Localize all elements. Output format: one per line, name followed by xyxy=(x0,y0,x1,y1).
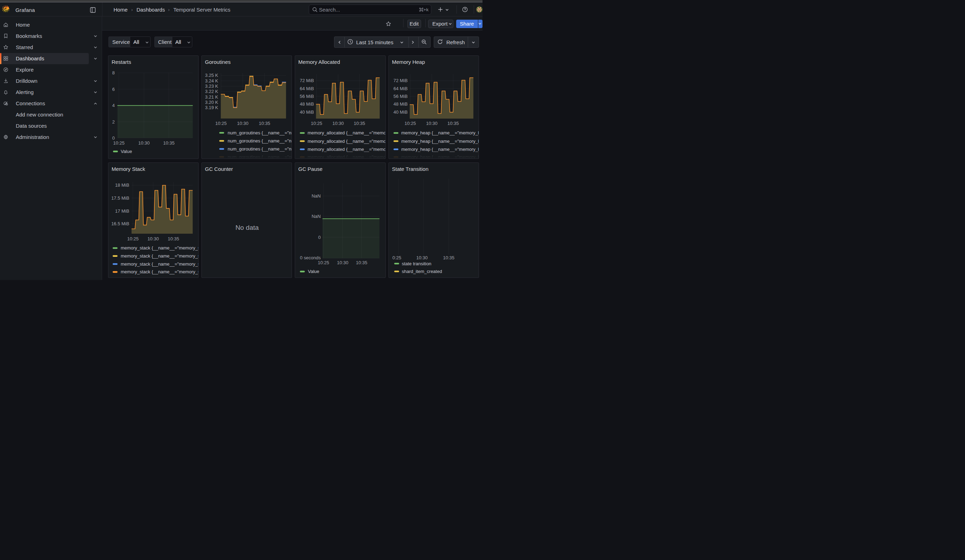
svg-text:memory_stack {__name__="memory: memory_stack {__name__="memory_s xyxy=(121,245,199,250)
svg-text:Memory Heap: Memory Heap xyxy=(392,59,425,65)
svg-text:48 MiB: 48 MiB xyxy=(393,102,407,107)
svg-text:0: 0 xyxy=(318,235,321,240)
svg-text:10:25: 10:25 xyxy=(404,121,415,126)
svg-text:shard_item_created: shard_item_created xyxy=(402,269,442,274)
svg-text:40 MiB: 40 MiB xyxy=(300,109,314,115)
svg-text:Value: Value xyxy=(121,149,132,154)
svg-text:memory_stack {__name__="memory: memory_stack {__name__="memory_s xyxy=(121,261,199,267)
svg-text:10:35: 10:35 xyxy=(168,236,179,242)
svg-text:64 MiB: 64 MiB xyxy=(300,86,314,91)
svg-text:NaN: NaN xyxy=(312,193,321,199)
svg-text:memory_heap {__name__="memory_: memory_heap {__name__="memory_h xyxy=(401,130,479,136)
svg-text:10:35: 10:35 xyxy=(443,255,454,260)
svg-text:10:30: 10:30 xyxy=(426,121,437,126)
svg-text:0:25: 0:25 xyxy=(392,255,401,260)
svg-text:Restarts: Restarts xyxy=(111,59,131,65)
svg-text:4: 4 xyxy=(112,103,115,108)
svg-text:memory_heap {__name__="memory_: memory_heap {__name__="memory_h xyxy=(401,139,479,144)
svg-text:3.21 K: 3.21 K xyxy=(205,95,218,100)
svg-text:memory_allocated {__name__="me: memory_allocated {__name__="memo xyxy=(308,139,386,144)
svg-text:Memory Stack: Memory Stack xyxy=(111,166,145,172)
svg-text:10:25: 10:25 xyxy=(128,236,139,242)
svg-text:40 MiB: 40 MiB xyxy=(393,109,407,115)
svg-text:3.24 K: 3.24 K xyxy=(205,78,218,83)
svg-text:48 MiB: 48 MiB xyxy=(300,102,314,107)
svg-text:10:30: 10:30 xyxy=(333,121,344,126)
svg-text:10:35: 10:35 xyxy=(163,140,174,145)
svg-text:state transition: state transition xyxy=(402,261,431,266)
svg-text:3.19 K: 3.19 K xyxy=(205,105,218,111)
svg-text:16.5 MiB: 16.5 MiB xyxy=(111,221,129,226)
svg-text:72 MiB: 72 MiB xyxy=(393,78,407,83)
svg-text:Memory Allocated: Memory Allocated xyxy=(298,59,340,65)
svg-text:GC Counter: GC Counter xyxy=(205,166,233,172)
svg-text:10:35: 10:35 xyxy=(354,121,365,126)
svg-text:10:35: 10:35 xyxy=(447,121,459,126)
svg-text:State Transition: State Transition xyxy=(392,166,429,172)
svg-text:3.20 K: 3.20 K xyxy=(205,100,218,105)
svg-text:memory_allocated {__name__="me: memory_allocated {__name__="memo xyxy=(308,130,386,136)
svg-text:18 MiB: 18 MiB xyxy=(115,183,129,188)
svg-text:10:25: 10:25 xyxy=(216,121,227,126)
svg-text:8: 8 xyxy=(112,70,115,75)
svg-text:2: 2 xyxy=(112,119,115,124)
svg-text:72 MiB: 72 MiB xyxy=(300,78,314,83)
svg-text:10:30: 10:30 xyxy=(416,255,427,260)
svg-text:No data: No data xyxy=(236,224,259,231)
svg-text:6: 6 xyxy=(112,87,115,92)
svg-text:17.5 MiB: 17.5 MiB xyxy=(111,196,129,201)
svg-text:3.22 K: 3.22 K xyxy=(205,89,218,95)
svg-text:3.25 K: 3.25 K xyxy=(205,73,218,78)
svg-text:64 MiB: 64 MiB xyxy=(393,86,407,91)
svg-text:NaN: NaN xyxy=(312,214,321,219)
svg-text:10:30: 10:30 xyxy=(147,236,159,242)
svg-text:10:30: 10:30 xyxy=(237,121,249,126)
svg-text:memory_stack {__name__="memory: memory_stack {__name__="memory_s xyxy=(121,269,199,275)
svg-text:num_goroutines {__name__="num_: num_goroutines {__name__="num_go xyxy=(228,130,292,136)
svg-text:10:25: 10:25 xyxy=(113,140,124,145)
svg-text:Value: Value xyxy=(308,269,319,274)
svg-text:10:25: 10:25 xyxy=(318,260,329,265)
svg-text:10:30: 10:30 xyxy=(337,260,348,265)
svg-text:memory_stack {__name__="memory: memory_stack {__name__="memory_s xyxy=(121,253,199,259)
svg-text:0: 0 xyxy=(112,136,115,141)
svg-text:num_goroutines {__name__="num_: num_goroutines {__name__="num_go xyxy=(228,138,292,144)
svg-text:Goroutines: Goroutines xyxy=(205,59,231,65)
svg-text:GC Pause: GC Pause xyxy=(298,166,322,172)
svg-text:3.23 K: 3.23 K xyxy=(205,83,218,89)
svg-text:10:35: 10:35 xyxy=(356,260,367,265)
svg-text:56 MiB: 56 MiB xyxy=(393,94,407,99)
svg-text:56 MiB: 56 MiB xyxy=(300,94,314,99)
svg-text:10:35: 10:35 xyxy=(259,121,270,126)
svg-text:10:30: 10:30 xyxy=(138,140,149,145)
svg-text:17 MiB: 17 MiB xyxy=(115,208,129,214)
svg-text:10:25: 10:25 xyxy=(311,121,322,126)
